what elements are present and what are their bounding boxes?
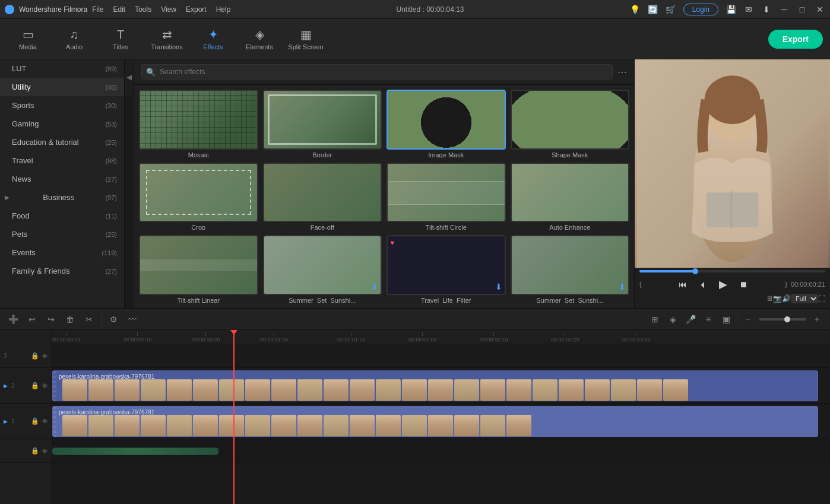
effect-item-tiltshift-linear[interactable]: Tilt-shift Linear	[139, 235, 258, 303]
effect-item-mosaic[interactable]: Mosaic	[139, 90, 258, 158]
toolbar-split-screen[interactable]: ▦ Split Screen	[285, 23, 327, 56]
timeline-area: ➕ ↩ ↪ 🗑 ✂ ⚙ 〰 ⊞ ◈ 🎤 ≡ ▣ － ＋	[0, 308, 830, 504]
refresh-icon[interactable]: 🔄	[648, 4, 658, 15]
snap-button[interactable]: ⊞	[648, 312, 662, 327]
effect-item-summer-set1[interactable]: ⬇ Summer_Set_Sunshi...	[263, 235, 382, 303]
effect-item-shape-mask[interactable]: Shape Mask	[511, 90, 630, 158]
delete-button[interactable]: 🗑	[63, 312, 77, 327]
undo-button[interactable]: ↩	[25, 312, 39, 327]
effect-item-faceoff[interactable]: Face-off	[263, 163, 382, 231]
waveform-button[interactable]: 〰	[125, 312, 140, 327]
eye-icon-3[interactable]: 👁	[42, 353, 48, 360]
sidebar-business-count: (97)	[105, 194, 117, 201]
volume-button[interactable]: 🔊	[782, 294, 791, 303]
quality-select[interactable]: Full 1/2 1/4	[791, 294, 818, 303]
effect-item-image-mask[interactable]: Image Mask	[387, 90, 506, 158]
screenshot-button[interactable]: 🖥	[766, 294, 773, 303]
toolbar-elements[interactable]: ◈ Elements	[239, 23, 280, 56]
clip-frame	[219, 415, 244, 436]
timeline-tracks-header: 3 🔒 👁 ▶ 2 🔒 👁 ▶ 1 🔒 👁	[0, 330, 52, 504]
play-button[interactable]: ▶	[716, 277, 730, 291]
bulb-icon[interactable]: 💡	[630, 4, 641, 15]
effects-menu-button[interactable]: ⋯	[617, 66, 627, 78]
save-icon[interactable]: 💾	[726, 4, 736, 15]
step-back-button[interactable]: ⏴	[696, 277, 710, 291]
cart-icon[interactable]: 🛒	[666, 4, 676, 15]
redo-button[interactable]: ↪	[44, 312, 58, 327]
toolbar-audio[interactable]: ♫ Audio	[53, 23, 95, 56]
effect-item-tiltshift-circle[interactable]: Tilt-shift Circle	[387, 163, 506, 231]
menu-help[interactable]: Help	[216, 5, 231, 14]
sidebar-item-lut[interactable]: LUT (89)	[0, 59, 124, 78]
skip-back-button[interactable]: ⏮	[676, 277, 690, 291]
toolbar-effects[interactable]: ✦ Effects	[192, 23, 234, 56]
menu-view[interactable]: View	[161, 5, 176, 14]
export-button[interactable]: Export	[768, 30, 823, 49]
clip-frame	[428, 379, 453, 401]
stop-button[interactable]: ⏹	[736, 277, 750, 291]
sidebar-item-utility[interactable]: Utility (46)	[0, 78, 124, 96]
lock-icon-3[interactable]: 🔒	[31, 352, 39, 360]
zoom-in-button[interactable]: ＋	[810, 312, 824, 327]
sidebar-item-gaming[interactable]: Gaming (53)	[0, 115, 124, 133]
zoom-track[interactable]	[759, 318, 806, 321]
close-button[interactable]: ✕	[815, 4, 825, 15]
sidebar-item-education[interactable]: Education & tutorial (25)	[0, 133, 124, 151]
effect-thumb-image-mask	[387, 90, 506, 150]
lock-icon-1[interactable]: 🔒	[31, 417, 39, 425]
sidebar-item-events[interactable]: Events (119)	[0, 243, 124, 262]
zoom-out-button[interactable]: －	[741, 312, 755, 327]
effect-item-auto-enhance[interactable]: Auto Enhance	[511, 163, 630, 231]
toolbar-titles[interactable]: T Titles	[100, 23, 141, 56]
menu-file[interactable]: File	[92, 5, 103, 14]
toolbar-media[interactable]: ▭ Media	[7, 23, 49, 56]
sidebar-item-news[interactable]: News (27)	[0, 170, 124, 188]
sidebar-utility-label: Utility	[12, 83, 31, 91]
toolbar-elements-label: Elements	[246, 43, 273, 50]
menu-edit[interactable]: Edit	[113, 5, 126, 14]
track-num-3: 3	[4, 353, 7, 359]
fullscreen-button[interactable]: ⛶	[818, 294, 825, 303]
panel-collapse-button[interactable]: ◀	[125, 59, 134, 95]
mail-icon[interactable]: ✉	[743, 4, 754, 15]
project-title: Untitled : 00:00:04:13	[396, 5, 464, 14]
settings-button[interactable]: ⚙	[106, 312, 121, 327]
clip-frame	[611, 379, 636, 401]
effect-item-summer-set2[interactable]: ⬇ Summer_Set_Sunshi...	[511, 235, 630, 303]
toolbar-transitions[interactable]: ⇄ Transitions	[146, 23, 188, 56]
subtitle-button[interactable]: ≡	[701, 312, 715, 327]
eye-icon-2[interactable]: 👁	[42, 382, 48, 389]
sidebar-item-sports[interactable]: Sports (30)	[0, 96, 124, 115]
maximize-button[interactable]: □	[797, 4, 807, 15]
menu-tools[interactable]: Tools	[135, 5, 151, 14]
effect-item-border[interactable]: Border	[263, 90, 382, 158]
cut-button[interactable]: ✂	[82, 312, 96, 327]
add-track-button[interactable]: ➕	[6, 312, 20, 327]
progress-bar[interactable]	[639, 270, 825, 272]
download-icon[interactable]: ⬇	[761, 4, 772, 15]
keyframe-button[interactable]: ◈	[666, 312, 680, 327]
eye-icon-audio[interactable]: 👁	[42, 448, 48, 455]
mic-button[interactable]: 🎤	[683, 312, 698, 327]
video-clip-2[interactable]: pexels-karolina-grabowska-7976781	[52, 370, 818, 401]
video-clip-1[interactable]: pexels-karolina-grabowska-7976781	[52, 406, 818, 437]
sidebar-item-business[interactable]: ▶ Business (97)	[0, 188, 124, 207]
minimize-button[interactable]: ─	[779, 4, 790, 15]
effect-item-crop[interactable]: Crop	[139, 163, 258, 231]
menu-export[interactable]: Export	[186, 5, 207, 14]
effect-item-travel-filter[interactable]: ♥ ⬇ Travel_Life_Filter	[387, 235, 506, 303]
chevron-left-icon: ◀	[126, 73, 132, 81]
eye-icon-1[interactable]: 👁	[42, 418, 48, 425]
lock-icon-2[interactable]: 🔒	[31, 382, 39, 389]
pip-button[interactable]: ▣	[719, 312, 733, 327]
ruler-tick-210: 00:00:02:10	[480, 332, 508, 343]
sidebar-item-food[interactable]: Food (11)	[0, 207, 124, 225]
login-button[interactable]: Login	[683, 4, 718, 15]
lock-icon-audio[interactable]: 🔒	[31, 447, 39, 455]
clip-frame	[402, 415, 427, 436]
sidebar-item-family[interactable]: Family & Friends (27)	[0, 262, 124, 280]
sidebar-item-travel[interactable]: Travel (88)	[0, 151, 124, 170]
camera-button[interactable]: 📷	[773, 294, 782, 303]
search-input[interactable]	[141, 64, 613, 80]
sidebar-item-pets[interactable]: Pets (25)	[0, 225, 124, 243]
